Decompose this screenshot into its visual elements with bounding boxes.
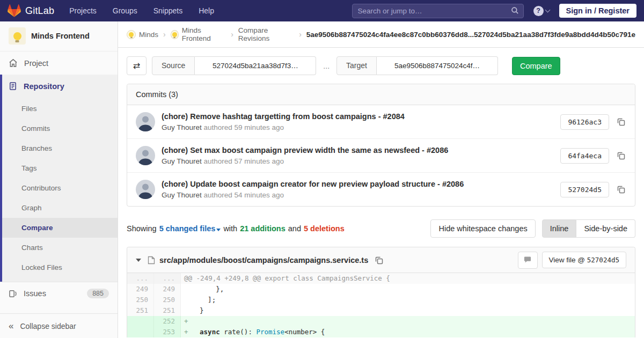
sidebar-item-graph[interactable]: Graph xyxy=(2,198,118,218)
sidebar-item-repository[interactable]: Repository xyxy=(2,75,118,98)
breadcrumb-group-link[interactable]: Minds xyxy=(139,31,158,39)
diff-line-added: 252 + xyxy=(127,316,635,327)
sidebar-item-locked-files[interactable]: Locked Files xyxy=(2,258,118,277)
new-line-number[interactable]: 251 xyxy=(154,305,181,316)
breadcrumb-current-revisions: 5ae9506b887475024c4fa4ee8c87c0bb60376dd8… xyxy=(306,31,635,39)
repository-submenu: Files Commits Branches Tags Contributors… xyxy=(2,98,118,282)
help-icon: ? xyxy=(533,6,544,16)
compare-form: ⇄ Source 527024d5ba21aa38d7f3… ... Targe… xyxy=(127,56,635,75)
commit-sha[interactable]: 527024d5 xyxy=(560,182,609,197)
code-text: }, xyxy=(192,285,224,293)
new-line-number[interactable]: 250 xyxy=(154,295,181,305)
old-line-number[interactable]: 251 xyxy=(127,305,154,316)
code-text: ]; xyxy=(192,296,216,304)
swap-revisions-button[interactable]: ⇄ xyxy=(127,56,147,75)
commit-author-avatar[interactable] xyxy=(136,112,155,131)
gitlab-tanuki-icon xyxy=(8,4,21,18)
commit-author-avatar[interactable] xyxy=(136,180,155,199)
new-line-number[interactable]: 253 xyxy=(154,327,181,337)
commit-time: authored 57 minutes ago xyxy=(204,157,284,165)
double-chevron-left-icon: « xyxy=(9,321,13,332)
old-line-number[interactable] xyxy=(127,327,154,337)
search-input[interactable] xyxy=(352,4,524,18)
new-line-number[interactable]: ... xyxy=(154,273,181,284)
nav-snippets[interactable]: Snippets xyxy=(153,6,182,15)
old-line-number[interactable]: 250 xyxy=(127,295,154,305)
commit-author[interactable]: Guy Thouret xyxy=(162,123,202,131)
commit-row: (chore) Remove hashtag targetting from b… xyxy=(127,105,635,139)
sidebar-section-repository: Repository Files Commits Branches Tags C… xyxy=(0,75,118,282)
nav-projects[interactable]: Projects xyxy=(69,6,97,15)
sidebar-item-branches[interactable]: Branches xyxy=(2,138,118,158)
sidebar-item-label: Project xyxy=(24,59,48,68)
changed-files-dropdown[interactable]: 5 changed files xyxy=(159,224,221,233)
issues-count-badge: 885 xyxy=(87,289,109,298)
sidebar-item-commits[interactable]: Commits xyxy=(2,119,118,138)
commit-row: (chore) Update boost campaign creator fo… xyxy=(127,173,635,206)
additions-count: 21 additions xyxy=(240,224,286,233)
hide-whitespace-button[interactable]: Hide whitespace changes xyxy=(430,219,535,238)
copy-sha-icon[interactable] xyxy=(616,150,626,161)
diff-marker: + xyxy=(184,327,192,337)
side-by-side-view-button[interactable]: Side-by-side xyxy=(576,219,635,238)
and-label: and xyxy=(288,224,301,233)
sidebar-item-charts[interactable]: Charts xyxy=(2,238,118,258)
gitlab-logo[interactable]: GitLab xyxy=(8,4,54,18)
inline-view-button[interactable]: Inline xyxy=(542,219,577,238)
commit-author-avatar[interactable] xyxy=(136,146,155,165)
toggle-comments-button[interactable] xyxy=(518,252,538,269)
commits-panel: Commits (3) (chore) Remove hashtag targe… xyxy=(127,84,635,207)
collapse-sidebar-button[interactable]: « Collapse sidebar xyxy=(0,313,118,338)
hunk-header-text: @@ -249,4 +249,8 @@ export class Campaig… xyxy=(181,273,635,284)
commit-title[interactable]: (chore) Update boost campaign creator fo… xyxy=(162,180,464,188)
help-menu[interactable]: ? xyxy=(533,6,550,16)
new-line-number[interactable]: 249 xyxy=(154,284,181,295)
nav-help[interactable]: Help xyxy=(199,6,214,15)
diff-line-hunk: ... ... @@ -249,4 +249,8 @@ export class… xyxy=(127,273,635,284)
copy-file-path-icon[interactable] xyxy=(374,255,384,266)
diff-file-path[interactable]: src/app/modules/boost/campaigns/campaign… xyxy=(159,256,368,264)
chevron-down-icon xyxy=(545,8,550,13)
compare-button[interactable]: Compare xyxy=(512,57,560,75)
breadcrumb-page-link[interactable]: Compare Revisions xyxy=(238,26,294,42)
sidebar-project-header[interactable]: Minds Frontend xyxy=(0,21,118,52)
diff-line-context: 250 250 ]; xyxy=(127,295,635,305)
range-dots: ... xyxy=(323,62,330,70)
top-navbar: GitLab Projects Groups Snippets Help ? S… xyxy=(0,0,644,21)
target-ref-input[interactable]: 5ae9506b887475024c4f… xyxy=(377,56,498,75)
search-icon[interactable] xyxy=(511,6,519,16)
lightbulb-icon xyxy=(129,32,134,37)
sidebar-item-project[interactable]: Project xyxy=(0,52,118,75)
caret-down-icon xyxy=(216,229,221,231)
commit-sha[interactable]: 96126ac3 xyxy=(560,114,609,130)
view-file-button[interactable]: View file @ 527024d5 xyxy=(542,252,626,268)
commit-title[interactable]: (chore) Set max boost campaign preview w… xyxy=(162,146,448,155)
source-ref-input[interactable]: 527024d5ba21aa38d7f3… xyxy=(195,56,316,75)
commit-sha[interactable]: 64fa4eca xyxy=(560,148,609,164)
sign-in-register-button[interactable]: Sign in / Register xyxy=(559,4,636,18)
old-line-number[interactable] xyxy=(127,316,154,327)
sidebar-item-compare[interactable]: Compare xyxy=(2,218,118,238)
diff-line-added: 253 + async rate(): Promise<number> { xyxy=(127,327,635,337)
repository-icon xyxy=(9,82,17,91)
brand-name: GitLab xyxy=(25,5,54,17)
copy-sha-icon[interactable] xyxy=(616,184,626,195)
breadcrumb-project-link[interactable]: Minds Frontend xyxy=(182,26,226,42)
commit-title[interactable]: (chore) Remove hashtag targetting from b… xyxy=(162,112,405,121)
commit-author[interactable]: Guy Thouret xyxy=(162,191,202,199)
old-line-number[interactable]: 249 xyxy=(127,284,154,295)
file-icon xyxy=(148,256,155,264)
code-text: <number> { xyxy=(284,328,325,336)
sidebar-item-files[interactable]: Files xyxy=(2,99,118,119)
collapse-diff-icon[interactable] xyxy=(136,259,141,262)
new-line-number[interactable]: 252 xyxy=(154,316,181,327)
copy-sha-icon[interactable] xyxy=(616,116,626,127)
code-text: rate(): xyxy=(220,328,257,336)
commit-author[interactable]: Guy Thouret xyxy=(162,157,202,165)
deletions-count: 5 deletions xyxy=(304,224,345,233)
sidebar-item-issues[interactable]: Issues 885 xyxy=(0,282,118,305)
sidebar-item-contributors[interactable]: Contributors xyxy=(2,178,118,198)
nav-groups[interactable]: Groups xyxy=(113,6,137,15)
old-line-number[interactable]: ... xyxy=(127,273,154,284)
sidebar-item-tags[interactable]: Tags xyxy=(2,158,118,178)
